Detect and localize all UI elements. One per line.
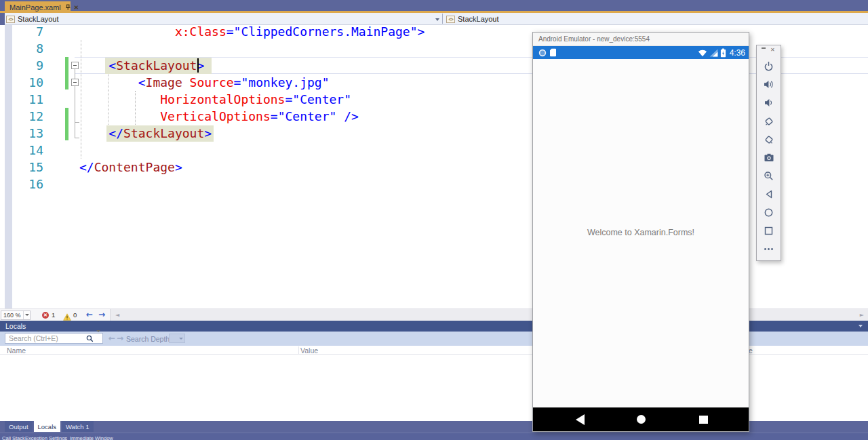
overview-button[interactable] [757,222,781,240]
tab-label: MainPage.xaml [9,3,61,12]
chevron-down-icon[interactable] [435,18,439,21]
outline-end-tick [75,122,79,123]
breakpoint-margin[interactable] [5,25,12,308]
window-menu-icon[interactable] [859,325,863,327]
search-input[interactable]: Search (Ctrl+E) [5,333,103,344]
welcome-label: Welcome to Xamarin.Forms! [533,228,749,237]
emulator-toolbar-buttons [757,57,781,258]
navbar-separator [442,14,443,24]
volume-up-button[interactable] [757,75,781,94]
back-button[interactable] [757,185,781,203]
android-nav-bar [533,407,749,431]
column-header-name[interactable]: Name [7,346,26,355]
bottom-window-strip: Call StackException SettingsImmediate Wi… [0,433,868,440]
volume-down-button[interactable] [757,94,781,112]
outline-line [75,69,75,79]
element-selector-label: StackLayout [458,15,499,23]
search-depth-combo[interactable] [169,334,185,343]
line-number: 10 [12,74,43,91]
element-selector-left[interactable]: <> StackLayout [6,15,59,23]
tab-mainpage-xaml[interactable]: MainPage.xaml ✕ [5,1,71,13]
column-separator[interactable] [298,346,299,354]
code-line-7[interactable]: x:Class="ClippedCorners.MainPage"> [79,25,425,40]
element-selector-label: StackLayout [18,15,59,23]
window-tab-immediate-window[interactable]: Immediate Window [70,435,113,440]
emulator-toolbar[interactable]: ✕ [756,45,781,261]
search-back-icon[interactable]: ← [108,334,115,343]
error-count[interactable]: 1 [52,311,55,319]
close-icon[interactable]: ✕ [770,47,775,53]
power-button[interactable] [757,57,781,75]
navigate-back-icon[interactable]: ← [86,310,93,319]
emulator-title-bar[interactable]: Android Emulator - new_device:5554 [533,33,749,46]
code-lines[interactable]: x:Class="ClippedCorners.MainPage"> <Stac… [79,25,425,193]
column-header-value[interactable]: Value [300,346,318,355]
chevron-down-icon[interactable] [96,330,100,344]
code-line-10[interactable]: <Image Source="monkey.jpg" [79,74,425,91]
code-line-14[interactable] [79,142,425,159]
line-number: 15 [12,159,43,176]
android-home-button[interactable] [637,415,646,424]
chevron-down-icon [25,314,29,316]
scroll-left-icon[interactable]: ◄ [115,312,119,318]
screenshot-button[interactable] [757,148,781,167]
warning-count[interactable]: 0 [73,311,77,319]
line-numbers: 78910111213141516 [12,25,43,193]
close-icon[interactable]: ✕ [74,4,79,11]
tool-tab-locals[interactable]: Locals [34,421,60,432]
xml-element-icon: <> [6,16,15,23]
horizontal-scrollbar[interactable]: ◄ ► [110,309,868,321]
wifi-icon [698,49,707,57]
emulator-screen[interactable]: Welcome to Xamarin.Forms! [533,59,749,407]
text-caret [197,58,199,73]
battery-icon [720,48,726,58]
rotate-left-button[interactable] [757,112,781,130]
android-status-bar: 4:36 [533,46,749,59]
code-line-9[interactable]: <StackLayout> [79,57,425,74]
pin-icon[interactable] [65,3,71,12]
android-recents-button[interactable] [699,416,708,424]
line-number: 16 [12,176,43,193]
search-forward-icon[interactable]: → [117,334,123,343]
search-icon[interactable] [86,333,94,345]
document-tab-strip: MainPage.xaml ✕ [0,0,868,13]
collapse-button[interactable] [71,79,79,86]
code-line-12[interactable]: VerticalOptions="Center" /> [79,108,425,125]
navigation-bar: <> StackLayout <> StackLayout [0,13,868,25]
home-button[interactable] [757,203,781,222]
change-tracking-bar [65,108,68,140]
line-number: 13 [12,125,43,142]
code-line-8[interactable] [79,40,425,57]
code-line-11[interactable]: HorizontalOptions="Center" [79,91,425,108]
tool-tab-watch-1[interactable]: Watch 1 [62,421,94,432]
change-tracking-bar [65,57,68,89]
status-bar-clock: 4:36 [730,48,745,58]
navigate-forward-icon[interactable]: → [98,310,105,319]
line-number: 11 [12,91,43,108]
scroll-right-icon[interactable]: ► [860,312,864,318]
visual-studio-window: MainPage.xaml ✕ <> StackLayout <> StackL… [0,0,868,440]
more-button[interactable] [757,240,781,258]
xml-element-icon: <> [446,16,455,23]
line-number: 8 [12,40,43,57]
outline-end-tick [75,138,79,138]
collapse-button[interactable] [71,62,79,69]
outline-line [75,86,75,138]
tool-tab-output[interactable]: Output [5,421,33,432]
android-back-button[interactable] [576,414,585,425]
rotate-right-button[interactable] [757,130,781,148]
line-number: 14 [12,142,43,159]
code-line-15[interactable]: </ContentPage> [79,159,425,176]
code-line-13[interactable]: </StackLayout> [79,125,425,142]
zoom-level-value: 160 % [1,312,23,319]
zoom-level-combo[interactable]: 160 % [1,311,31,320]
android-emulator-window[interactable]: Android Emulator - new_device:5554 4:36 … [532,32,749,432]
element-selector-right[interactable]: <> StackLayout [446,15,499,23]
error-icon[interactable]: ✕ [42,312,49,319]
zoom-button[interactable] [757,167,781,185]
window-tab-exception-settings[interactable]: Exception Settings [25,435,67,440]
code-line-16[interactable] [79,176,425,193]
window-tab-call-stack[interactable]: Call Stack [2,435,25,440]
locals-title: Locals [5,322,26,330]
minimize-icon[interactable] [762,47,766,49]
